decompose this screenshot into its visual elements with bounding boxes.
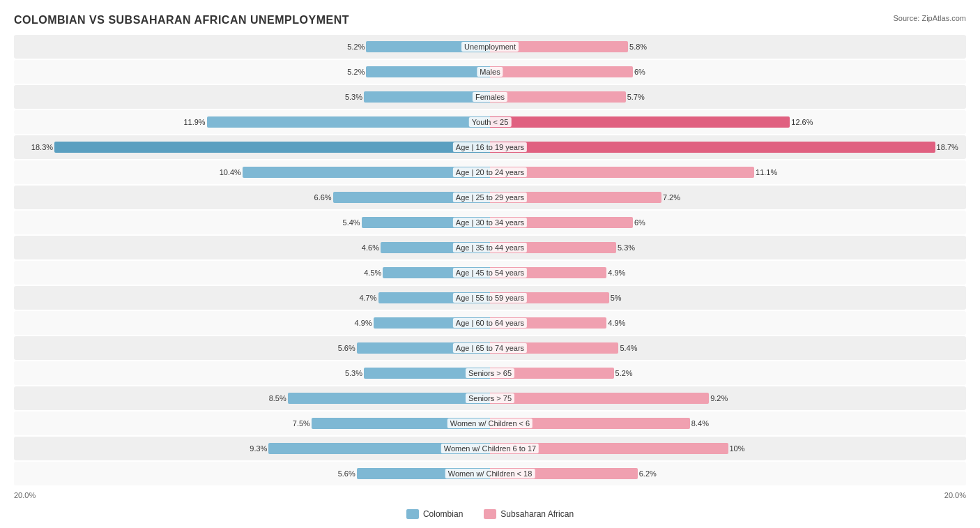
chart-row: 18.3% Age | 16 to 19 years 18.7% [14,135,966,159]
axis-right-label: 20.0% [944,491,966,499]
bar-colombian [54,142,490,153]
chart-row: 7.5% Women w/ Children < 6 8.4% [14,412,966,435]
value-right: 10% [730,444,745,453]
legend-subsaharan: Subsaharan African [484,509,574,519]
value-left: 6.6% [314,193,332,202]
value-right: 5.3% [618,243,635,252]
row-label: Unemployment [461,42,519,52]
value-left: 5.3% [345,93,362,101]
chart-row: 5.6% Women w/ Children < 18 6.2% [14,462,966,485]
row-label: Age | 16 to 19 years [453,142,527,152]
value-left: 8.5% [269,394,286,402]
value-left: 5.2% [347,68,365,76]
bars-wrapper: 5.2% Unemployment 5.8% [14,35,966,59]
row-label: Age | 20 to 24 years [453,167,527,177]
chart-row: 5.4% Age | 30 to 34 years 6% [14,211,966,234]
chart-row: 4.5% Age | 45 to 54 years 4.9% [14,261,966,285]
bar-subsaharan [490,116,790,128]
value-left: 9.3% [250,444,267,453]
legend-colombian-label: Colombian [423,509,463,519]
source-text: Source: ZipAtlas.com [893,14,966,22]
chart-row: 4.9% Age | 60 to 64 years 4.9% [14,311,966,335]
value-left: 5.2% [347,43,365,51]
value-left: 5.6% [338,344,355,352]
row-label: Males [477,67,503,77]
chart-row: 8.5% Seniors > 75 9.2% [14,386,966,410]
value-left: 11.9% [183,118,205,126]
value-right: 18.7% [937,143,958,151]
value-left: 4.6% [362,243,379,252]
bars-wrapper: 18.3% Age | 16 to 19 years 18.7% [14,135,966,159]
value-left: 5.6% [338,469,355,478]
legend: Colombian Subsaharan African [14,509,966,519]
bars-wrapper: 11.9% Youth < 25 12.6% [14,110,966,134]
value-right: 4.9% [608,269,625,277]
row-label: Women w/ Children < 6 [447,418,533,428]
value-left: 4.7% [359,294,376,302]
value-left: 7.5% [293,419,310,428]
row-label: Seniors > 65 [466,368,514,378]
legend-colombian: Colombian [406,509,463,519]
bars-wrapper: 4.9% Age | 60 to 64 years 4.9% [14,311,966,335]
row-label: Age | 30 to 34 years [453,218,527,227]
bars-wrapper: 9.3% Women w/ Children 6 to 17 10% [14,437,966,460]
bars-wrapper: 5.3% Females 5.7% [14,85,966,109]
chart-row: 4.6% Age | 35 to 44 years 5.3% [14,236,966,259]
bars-wrapper: 5.6% Age | 65 to 74 years 5.4% [14,336,966,360]
bar-subsaharan [490,91,626,103]
chart-row: 4.7% Age | 55 to 59 years 5% [14,286,966,310]
value-right: 6% [634,218,645,227]
legend-subsaharan-color [484,509,496,519]
row-label: Age | 65 to 74 years [453,343,527,353]
chart-row: 5.2% Unemployment 5.8% [14,35,966,59]
value-right: 7.2% [663,193,680,202]
value-right: 5.7% [627,93,645,101]
row-label: Youth < 25 [469,117,512,127]
chart-area: 5.2% Unemployment 5.8% 5.2% Males [14,35,966,485]
legend-subsaharan-label: Subsaharan African [500,509,574,519]
bars-wrapper: 5.3% Seniors > 65 5.2% [14,361,966,385]
chart-row: 5.6% Age | 65 to 74 years 5.4% [14,336,966,360]
chart-title: COLOMBIAN VS SUBSAHARAN AFRICAN UNEMPLOY… [14,14,349,27]
bars-wrapper: 8.5% Seniors > 75 9.2% [14,386,966,410]
row-label: Age | 25 to 29 years [453,193,527,202]
row-label: Females [473,92,507,102]
bars-wrapper: 4.5% Age | 45 to 54 years 4.9% [14,261,966,285]
axis-left-label: 20.0% [14,491,36,499]
bars-wrapper: 7.5% Women w/ Children < 6 8.4% [14,412,966,435]
chart-row: 6.6% Age | 25 to 29 years 7.2% [14,186,966,209]
row-label: Women w/ Children < 18 [445,469,535,478]
chart-row: 5.2% Males 6% [14,60,966,84]
value-right: 9.2% [710,394,728,402]
legend-colombian-color [406,509,419,519]
bar-subsaharan [490,393,709,404]
row-label: Seniors > 75 [466,393,514,403]
row-label: Women w/ Children 6 to 17 [441,444,539,453]
value-left: 5.3% [345,369,362,377]
bars-wrapper: 6.6% Age | 25 to 29 years 7.2% [14,186,966,209]
value-left: 4.9% [355,319,372,327]
chart-row: 11.9% Youth < 25 12.6% [14,110,966,134]
row-label: Age | 45 to 54 years [453,268,527,278]
bar-colombian [207,116,490,128]
value-left: 18.3% [31,143,53,151]
value-right: 12.6% [791,118,813,126]
chart-row: 10.4% Age | 20 to 24 years 11.1% [14,160,966,184]
bars-wrapper: 5.2% Males 6% [14,60,966,84]
bar-subsaharan [490,66,633,77]
value-right: 6% [634,68,645,76]
chart-row: 5.3% Females 5.7% [14,85,966,109]
value-right: 5.2% [615,369,633,377]
chart-row: 5.3% Seniors > 65 5.2% [14,361,966,385]
bar-subsaharan [490,142,935,153]
row-label: Age | 35 to 44 years [453,243,527,252]
bars-wrapper: 5.4% Age | 30 to 34 years 6% [14,211,966,234]
bars-wrapper: 10.4% Age | 20 to 24 years 11.1% [14,160,966,184]
chart-row: 9.3% Women w/ Children 6 to 17 10% [14,437,966,460]
bar-colombian [366,66,490,77]
bars-wrapper: 5.6% Women w/ Children < 18 6.2% [14,462,966,485]
value-right: 8.4% [691,419,709,428]
bar-subsaharan [490,167,754,178]
value-right: 5.4% [620,344,637,352]
value-left: 5.4% [343,218,360,227]
